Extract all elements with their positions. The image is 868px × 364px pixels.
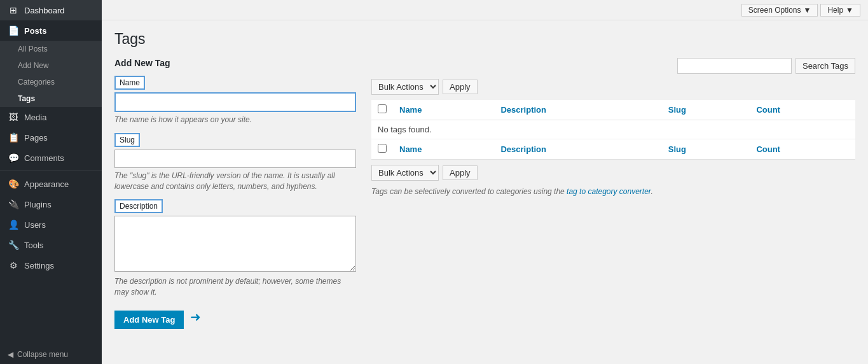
- comments-icon: 💬: [8, 153, 19, 163]
- name-label: Name: [114, 76, 145, 90]
- appearance-icon: 🎨: [8, 179, 19, 189]
- sidebar-item-appearance[interactable]: 🎨 Appearance: [0, 174, 102, 194]
- help-chevron-icon: ▼: [846, 6, 853, 15]
- no-tags-row: No tags found.: [371, 120, 855, 139]
- help-button[interactable]: Help ▼: [820, 4, 860, 17]
- search-input[interactable]: [677, 58, 792, 74]
- sidebar-item-label: Plugins: [24, 200, 52, 209]
- name-field-group: Name The name is how it appears on your …: [114, 76, 356, 125]
- slug-hint: The "slug" is the URL-friendly version o…: [114, 171, 356, 192]
- count-column-footer[interactable]: Count: [750, 139, 855, 160]
- sidebar-item-label: Posts: [24, 26, 46, 36]
- sidebar-divider-1: [0, 171, 102, 171]
- dashboard-icon: ⊞: [8, 5, 19, 15]
- name-hint: The name is how it appears on your site.: [114, 115, 356, 125]
- tools-icon: 🔧: [8, 240, 19, 250]
- posts-submenu: All Posts Add New Categories Tags: [0, 41, 102, 107]
- description-column-footer[interactable]: Description: [494, 139, 661, 160]
- bulk-actions-select-bottom[interactable]: Bulk Actions: [371, 165, 439, 181]
- name-input[interactable]: [114, 92, 356, 112]
- slug-label: Slug: [114, 133, 140, 147]
- collapse-icon: ◀: [8, 350, 13, 359]
- description-hint: The description is not prominent by defa…: [114, 276, 356, 298]
- name-column-header[interactable]: Name: [393, 100, 494, 120]
- screen-options-chevron-icon: ▼: [804, 6, 811, 15]
- plugins-icon: 🔌: [8, 199, 19, 209]
- search-tags-button[interactable]: Search Tags: [796, 58, 855, 74]
- sidebar-item-label: Settings: [24, 261, 54, 270]
- select-all-header: [371, 100, 393, 120]
- form-panel: Add New Tag Name The name is how it appe…: [114, 58, 356, 329]
- sidebar-item-tags[interactable]: Tags: [0, 90, 102, 107]
- slug-column-footer[interactable]: Slug: [662, 139, 750, 160]
- sidebar-item-comments[interactable]: 💬 Comments: [0, 148, 102, 168]
- bulk-actions-select-top[interactable]: Bulk Actions: [371, 79, 439, 95]
- description-label: Description: [114, 199, 163, 213]
- count-column-header[interactable]: Count: [750, 100, 855, 120]
- collapse-label: Collapse menu: [17, 350, 68, 359]
- content-inner: Add New Tag Name The name is how it appe…: [114, 58, 855, 329]
- media-icon: 🖼: [8, 112, 19, 122]
- posts-icon: 📄: [8, 25, 19, 36]
- converter-note: Tags can be selectively converted to cat…: [371, 187, 855, 196]
- apply-button-top[interactable]: Apply: [443, 80, 478, 94]
- sidebar-item-plugins[interactable]: 🔌 Plugins: [0, 194, 102, 214]
- select-all-footer: [371, 139, 393, 160]
- sidebar-item-label: Dashboard: [24, 6, 65, 15]
- bulk-actions-top: Bulk Actions Apply: [371, 79, 855, 95]
- name-column-footer[interactable]: Name: [393, 139, 494, 160]
- users-icon: 👤: [8, 220, 19, 230]
- help-label: Help: [827, 6, 843, 15]
- add-new-tag-button[interactable]: Add New Tag: [114, 311, 184, 329]
- main-area: Screen Options ▼ Help ▼ Tags Add New Tag…: [102, 0, 868, 364]
- sidebar-item-label: Tools: [24, 241, 43, 250]
- sidebar-item-tools[interactable]: 🔧 Tools: [0, 235, 102, 255]
- settings-icon: ⚙: [8, 260, 19, 270]
- slug-column-header[interactable]: Slug: [662, 100, 750, 120]
- sidebar-item-dashboard[interactable]: ⊞ Dashboard: [0, 0, 102, 20]
- select-all-checkbox-top[interactable]: [378, 104, 387, 113]
- slug-field-group: Slug The "slug" is the URL-friendly vers…: [114, 133, 356, 192]
- select-all-checkbox-bottom[interactable]: [378, 144, 387, 153]
- sidebar-item-label: Media: [24, 113, 46, 122]
- bulk-actions-bottom: Bulk Actions Apply: [371, 165, 855, 181]
- sidebar: ⊞ Dashboard 📄 Posts All Posts Add New Ca…: [0, 0, 102, 364]
- pages-icon: 📋: [8, 132, 19, 143]
- screen-options-button[interactable]: Screen Options ▼: [741, 4, 818, 17]
- sidebar-item-pages[interactable]: 📋 Pages: [0, 127, 102, 148]
- slug-input[interactable]: [114, 150, 356, 168]
- submit-row: Add New Tag ➜: [114, 305, 356, 329]
- sidebar-item-posts[interactable]: 📄 Posts: [0, 20, 102, 41]
- sidebar-item-label: Users: [24, 220, 46, 230]
- arrow-icon: ➜: [190, 309, 201, 325]
- form-title: Add New Tag: [114, 58, 356, 68]
- description-column-header[interactable]: Description: [494, 100, 661, 120]
- sidebar-item-media[interactable]: 🖼 Media: [0, 107, 102, 127]
- sidebar-item-all-posts[interactable]: All Posts: [0, 41, 102, 57]
- converter-link[interactable]: tag to category converter: [567, 187, 651, 196]
- sidebar-item-settings[interactable]: ⚙ Settings: [0, 255, 102, 276]
- sidebar-item-label: Pages: [24, 133, 48, 143]
- table-panel: Search Tags Bulk Actions Apply: [371, 58, 855, 329]
- sidebar-item-label: Comments: [24, 153, 64, 163]
- sidebar-item-add-new[interactable]: Add New: [0, 57, 102, 74]
- search-row: Search Tags: [371, 58, 855, 74]
- description-field-group: Description The description is not promi…: [114, 199, 356, 298]
- sidebar-item-categories[interactable]: Categories: [0, 74, 102, 90]
- tags-table: Name Description Slug Count: [371, 100, 855, 160]
- screen-options-label: Screen Options: [748, 6, 801, 15]
- topbar: Screen Options ▼ Help ▼: [102, 0, 868, 20]
- description-input[interactable]: [114, 216, 356, 272]
- sidebar-item-label: Appearance: [24, 179, 69, 189]
- collapse-menu[interactable]: ◀ Collapse menu: [0, 345, 102, 364]
- no-tags-message: No tags found.: [371, 120, 855, 139]
- content-area: Tags Add New Tag Name The name is how it…: [102, 20, 868, 364]
- apply-button-bottom[interactable]: Apply: [443, 165, 478, 180]
- page-title: Tags: [114, 31, 855, 48]
- sidebar-item-users[interactable]: 👤 Users: [0, 214, 102, 235]
